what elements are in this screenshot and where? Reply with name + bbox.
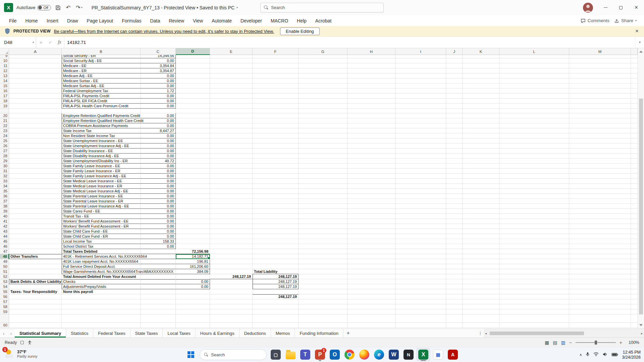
cell-L55[interactable]: [499, 289, 569, 294]
cell-L47[interactable]: [499, 249, 569, 254]
cell-K44[interactable]: [463, 234, 499, 239]
cell-M52[interactable]: [569, 274, 631, 279]
cell-D43[interactable]: [176, 229, 210, 234]
cell-C45[interactable]: 158.33: [141, 239, 176, 244]
cell-A53[interactable]: Bank Debits & Other Liability: [9, 279, 62, 284]
titlebar-search[interactable]: Search: [260, 3, 384, 12]
cell-L24[interactable]: [499, 133, 569, 138]
cell-H19[interactable]: [347, 104, 395, 109]
cell-A46[interactable]: [9, 244, 62, 249]
cell-I49[interactable]: [395, 259, 446, 264]
cell-I53[interactable]: [395, 279, 446, 284]
cell-B46[interactable]: School District Tax: [62, 244, 141, 249]
cell-L27[interactable]: [499, 148, 569, 154]
cell-L39[interactable]: [499, 209, 569, 214]
cell-A38[interactable]: [9, 204, 62, 209]
tab-nav-left-icon[interactable]: ‹: [0, 329, 7, 338]
cell-K24[interactable]: [463, 133, 499, 138]
cell-E29[interactable]: [210, 159, 253, 164]
cell-E53[interactable]: [210, 279, 253, 284]
cell-K54[interactable]: [463, 284, 499, 289]
cell-B10[interactable]: Social Security Adj - EE: [62, 58, 141, 63]
cell-J33[interactable]: [446, 179, 463, 184]
cell-C37[interactable]: 0.00: [141, 199, 176, 204]
cell-I18[interactable]: [395, 99, 446, 104]
cell-A20[interactable]: [9, 113, 62, 118]
cell-H33[interactable]: [347, 179, 395, 184]
cell-A21[interactable]: [9, 118, 62, 123]
cell-D33[interactable]: [176, 179, 210, 184]
cell-A11[interactable]: [9, 63, 62, 68]
cell-A56[interactable]: [9, 294, 62, 299]
cell-H20[interactable]: [347, 113, 395, 118]
cell-J45[interactable]: [446, 239, 463, 244]
weather-widget[interactable]: 1 37°F Partly sunny: [4, 349, 38, 359]
cell-F53[interactable]: 248,127.19: [253, 279, 299, 284]
cell-J32[interactable]: [446, 174, 463, 179]
cell-C17[interactable]: 0.00: [141, 94, 176, 99]
menu-file[interactable]: File: [5, 15, 21, 26]
cell-I35[interactable]: [395, 189, 446, 194]
cell-K37[interactable]: [463, 199, 499, 204]
cell-J12[interactable]: [446, 68, 463, 73]
cell-L60[interactable]: [499, 323, 569, 328]
cell-H34[interactable]: [347, 184, 395, 189]
cell-K29[interactable]: [463, 159, 499, 164]
cell-E60[interactable]: [210, 323, 253, 328]
undo-button[interactable]: ↶: [65, 4, 71, 11]
horizontal-scrollbar[interactable]: ◂ ▸: [484, 329, 644, 338]
cell-F48[interactable]: [253, 254, 299, 259]
cell-B33[interactable]: State Medical Leave Insurance - EE: [62, 179, 141, 184]
battery-icon[interactable]: [611, 352, 618, 358]
cell-L23[interactable]: [499, 128, 569, 133]
cell-G40[interactable]: [299, 214, 347, 219]
cell-J47[interactable]: [446, 249, 463, 254]
cell-Mx[interactable]: [569, 314, 631, 323]
cell-I58[interactable]: [395, 304, 446, 309]
cell-C49[interactable]: [141, 259, 176, 264]
cell-E58[interactable]: [210, 304, 253, 309]
cell-I54[interactable]: [395, 284, 446, 289]
vertical-scroll-thumb[interactable]: [639, 99, 643, 314]
row-header-53[interactable]: 53: [0, 279, 9, 284]
cell-G58[interactable]: [299, 304, 347, 309]
cell-K58[interactable]: [463, 304, 499, 309]
sheet-tab-federal-taxes[interactable]: Federal Taxes: [93, 329, 130, 338]
cell-I34[interactable]: [395, 184, 446, 189]
cell-Hx[interactable]: [347, 314, 395, 323]
cell-I17[interactable]: [395, 94, 446, 99]
cell-B53[interactable]: Checks: [62, 279, 141, 284]
cell-B45[interactable]: Local Income Tax: [62, 239, 141, 244]
cell-L22[interactable]: [499, 123, 569, 128]
cell-D27[interactable]: [176, 148, 210, 154]
cell-L32[interactable]: [499, 174, 569, 179]
cell-B44[interactable]: State Child Care Fund - ER: [62, 234, 141, 239]
cell-G33[interactable]: [299, 179, 347, 184]
scroll-right-icon[interactable]: ▸: [641, 331, 643, 335]
cell-M57[interactable]: [569, 299, 631, 304]
cell-G11[interactable]: [299, 63, 347, 68]
cell-B37[interactable]: State Parental Leave Insurance - ER: [62, 199, 141, 204]
cell-K33[interactable]: [463, 179, 499, 184]
cell-J56[interactable]: [446, 294, 463, 299]
column-header-E[interactable]: E: [210, 48, 253, 55]
cell-D20[interactable]: [176, 113, 210, 118]
cell-Dx[interactable]: [176, 109, 210, 113]
cell-A37[interactable]: [9, 199, 62, 204]
cell-A48[interactable]: Other Transfers: [9, 254, 62, 259]
macro-record-icon[interactable]: [20, 341, 24, 344]
cell-G30[interactable]: [299, 164, 347, 169]
cell-A35[interactable]: [9, 189, 62, 194]
cell-K31[interactable]: [463, 169, 499, 174]
cell-M40[interactable]: [569, 214, 631, 219]
taskbar-search[interactable]: Search: [200, 349, 267, 360]
cell-K57[interactable]: [463, 299, 499, 304]
cell-G26[interactable]: [299, 143, 347, 148]
cell-Ax[interactable]: [9, 314, 62, 323]
cell-J50[interactable]: [446, 264, 463, 269]
cell-G60[interactable]: [299, 323, 347, 328]
cell-K16[interactable]: [463, 88, 499, 94]
cell-F18[interactable]: [253, 99, 299, 104]
menu-draw[interactable]: Draw: [63, 15, 83, 26]
cell-M54[interactable]: [569, 284, 631, 289]
